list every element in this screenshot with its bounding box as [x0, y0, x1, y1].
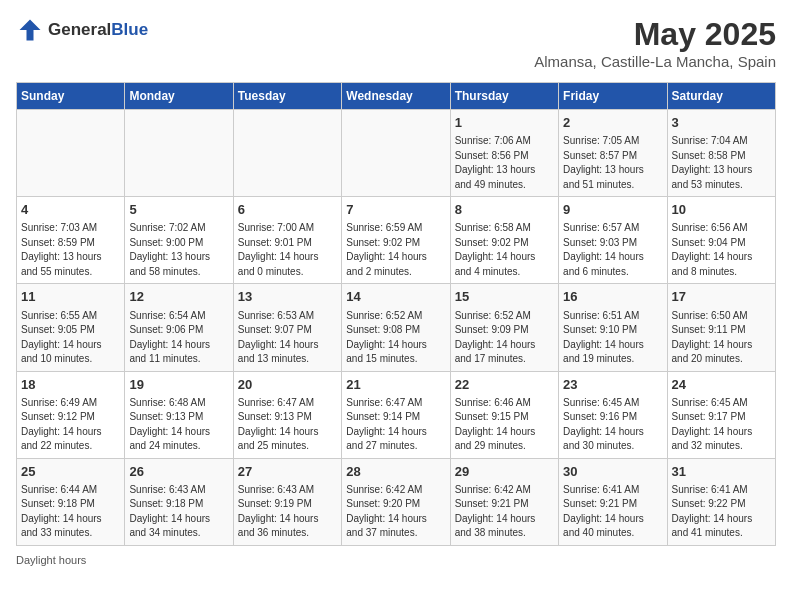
day-cell: 27Sunrise: 6:43 AM Sunset: 9:19 PM Dayli… [233, 458, 341, 545]
day-info: Sunrise: 7:05 AM Sunset: 8:57 PM Dayligh… [563, 134, 662, 192]
header-cell-tuesday: Tuesday [233, 83, 341, 110]
day-number: 15 [455, 288, 554, 306]
day-info: Sunrise: 6:42 AM Sunset: 9:21 PM Dayligh… [455, 483, 554, 541]
day-number: 29 [455, 463, 554, 481]
day-number: 21 [346, 376, 445, 394]
day-number: 3 [672, 114, 771, 132]
week-row-2: 4Sunrise: 7:03 AM Sunset: 8:59 PM Daylig… [17, 197, 776, 284]
day-cell: 18Sunrise: 6:49 AM Sunset: 9:12 PM Dayli… [17, 371, 125, 458]
day-cell: 21Sunrise: 6:47 AM Sunset: 9:14 PM Dayli… [342, 371, 450, 458]
day-info: Sunrise: 6:43 AM Sunset: 9:19 PM Dayligh… [238, 483, 337, 541]
day-info: Sunrise: 7:00 AM Sunset: 9:01 PM Dayligh… [238, 221, 337, 279]
day-number: 11 [21, 288, 120, 306]
day-cell [233, 110, 341, 197]
day-info: Sunrise: 6:52 AM Sunset: 9:08 PM Dayligh… [346, 309, 445, 367]
day-info: Sunrise: 6:49 AM Sunset: 9:12 PM Dayligh… [21, 396, 120, 454]
footer-note: Daylight hours [16, 554, 776, 566]
day-cell: 24Sunrise: 6:45 AM Sunset: 9:17 PM Dayli… [667, 371, 775, 458]
day-number: 1 [455, 114, 554, 132]
day-cell: 1Sunrise: 7:06 AM Sunset: 8:56 PM Daylig… [450, 110, 558, 197]
day-cell: 16Sunrise: 6:51 AM Sunset: 9:10 PM Dayli… [559, 284, 667, 371]
day-cell: 29Sunrise: 6:42 AM Sunset: 9:21 PM Dayli… [450, 458, 558, 545]
day-cell: 22Sunrise: 6:46 AM Sunset: 9:15 PM Dayli… [450, 371, 558, 458]
day-info: Sunrise: 6:56 AM Sunset: 9:04 PM Dayligh… [672, 221, 771, 279]
day-number: 22 [455, 376, 554, 394]
day-info: Sunrise: 6:59 AM Sunset: 9:02 PM Dayligh… [346, 221, 445, 279]
day-number: 4 [21, 201, 120, 219]
day-number: 12 [129, 288, 228, 306]
day-cell: 17Sunrise: 6:50 AM Sunset: 9:11 PM Dayli… [667, 284, 775, 371]
day-number: 8 [455, 201, 554, 219]
day-number: 18 [21, 376, 120, 394]
day-number: 9 [563, 201, 662, 219]
day-number: 2 [563, 114, 662, 132]
day-number: 5 [129, 201, 228, 219]
day-info: Sunrise: 6:43 AM Sunset: 9:18 PM Dayligh… [129, 483, 228, 541]
day-number: 16 [563, 288, 662, 306]
day-info: Sunrise: 6:46 AM Sunset: 9:15 PM Dayligh… [455, 396, 554, 454]
day-cell: 7Sunrise: 6:59 AM Sunset: 9:02 PM Daylig… [342, 197, 450, 284]
header-cell-sunday: Sunday [17, 83, 125, 110]
day-number: 17 [672, 288, 771, 306]
day-cell: 10Sunrise: 6:56 AM Sunset: 9:04 PM Dayli… [667, 197, 775, 284]
day-number: 30 [563, 463, 662, 481]
day-cell: 28Sunrise: 6:42 AM Sunset: 9:20 PM Dayli… [342, 458, 450, 545]
day-number: 7 [346, 201, 445, 219]
day-info: Sunrise: 6:51 AM Sunset: 9:10 PM Dayligh… [563, 309, 662, 367]
day-cell: 20Sunrise: 6:47 AM Sunset: 9:13 PM Dayli… [233, 371, 341, 458]
day-cell: 23Sunrise: 6:45 AM Sunset: 9:16 PM Dayli… [559, 371, 667, 458]
header-row: SundayMondayTuesdayWednesdayThursdayFrid… [17, 83, 776, 110]
calendar-table: SundayMondayTuesdayWednesdayThursdayFrid… [16, 82, 776, 546]
title-block: May 2025 Almansa, Castille-La Mancha, Sp… [534, 16, 776, 70]
day-cell: 11Sunrise: 6:55 AM Sunset: 9:05 PM Dayli… [17, 284, 125, 371]
day-cell: 25Sunrise: 6:44 AM Sunset: 9:18 PM Dayli… [17, 458, 125, 545]
logo: GeneralBlue [16, 16, 148, 44]
day-cell: 5Sunrise: 7:02 AM Sunset: 9:00 PM Daylig… [125, 197, 233, 284]
week-row-4: 18Sunrise: 6:49 AM Sunset: 9:12 PM Dayli… [17, 371, 776, 458]
day-cell: 30Sunrise: 6:41 AM Sunset: 9:21 PM Dayli… [559, 458, 667, 545]
logo-blue: Blue [111, 20, 148, 39]
day-info: Sunrise: 6:41 AM Sunset: 9:21 PM Dayligh… [563, 483, 662, 541]
day-cell: 6Sunrise: 7:00 AM Sunset: 9:01 PM Daylig… [233, 197, 341, 284]
day-cell: 8Sunrise: 6:58 AM Sunset: 9:02 PM Daylig… [450, 197, 558, 284]
day-number: 28 [346, 463, 445, 481]
page-title: May 2025 [534, 16, 776, 53]
day-info: Sunrise: 6:48 AM Sunset: 9:13 PM Dayligh… [129, 396, 228, 454]
day-cell: 31Sunrise: 6:41 AM Sunset: 9:22 PM Dayli… [667, 458, 775, 545]
day-cell: 4Sunrise: 7:03 AM Sunset: 8:59 PM Daylig… [17, 197, 125, 284]
day-info: Sunrise: 6:45 AM Sunset: 9:16 PM Dayligh… [563, 396, 662, 454]
day-number: 19 [129, 376, 228, 394]
day-info: Sunrise: 7:06 AM Sunset: 8:56 PM Dayligh… [455, 134, 554, 192]
logo-general: General [48, 20, 111, 39]
logo-icon [16, 16, 44, 44]
day-cell: 12Sunrise: 6:54 AM Sunset: 9:06 PM Dayli… [125, 284, 233, 371]
day-info: Sunrise: 7:02 AM Sunset: 9:00 PM Dayligh… [129, 221, 228, 279]
day-info: Sunrise: 7:03 AM Sunset: 8:59 PM Dayligh… [21, 221, 120, 279]
page-header: GeneralBlue May 2025 Almansa, Castille-L… [16, 16, 776, 70]
day-cell [342, 110, 450, 197]
day-cell: 9Sunrise: 6:57 AM Sunset: 9:03 PM Daylig… [559, 197, 667, 284]
day-number: 14 [346, 288, 445, 306]
day-cell: 26Sunrise: 6:43 AM Sunset: 9:18 PM Dayli… [125, 458, 233, 545]
day-cell [125, 110, 233, 197]
day-info: Sunrise: 6:50 AM Sunset: 9:11 PM Dayligh… [672, 309, 771, 367]
day-cell: 19Sunrise: 6:48 AM Sunset: 9:13 PM Dayli… [125, 371, 233, 458]
day-number: 6 [238, 201, 337, 219]
day-number: 31 [672, 463, 771, 481]
day-cell: 14Sunrise: 6:52 AM Sunset: 9:08 PM Dayli… [342, 284, 450, 371]
day-info: Sunrise: 6:52 AM Sunset: 9:09 PM Dayligh… [455, 309, 554, 367]
svg-marker-0 [20, 20, 41, 41]
week-row-3: 11Sunrise: 6:55 AM Sunset: 9:05 PM Dayli… [17, 284, 776, 371]
day-number: 25 [21, 463, 120, 481]
header-cell-friday: Friday [559, 83, 667, 110]
day-number: 23 [563, 376, 662, 394]
day-cell: 2Sunrise: 7:05 AM Sunset: 8:57 PM Daylig… [559, 110, 667, 197]
day-info: Sunrise: 6:54 AM Sunset: 9:06 PM Dayligh… [129, 309, 228, 367]
header-cell-monday: Monday [125, 83, 233, 110]
day-info: Sunrise: 6:45 AM Sunset: 9:17 PM Dayligh… [672, 396, 771, 454]
day-info: Sunrise: 6:55 AM Sunset: 9:05 PM Dayligh… [21, 309, 120, 367]
day-cell [17, 110, 125, 197]
page-subtitle: Almansa, Castille-La Mancha, Spain [534, 53, 776, 70]
day-info: Sunrise: 6:58 AM Sunset: 9:02 PM Dayligh… [455, 221, 554, 279]
day-cell: 13Sunrise: 6:53 AM Sunset: 9:07 PM Dayli… [233, 284, 341, 371]
